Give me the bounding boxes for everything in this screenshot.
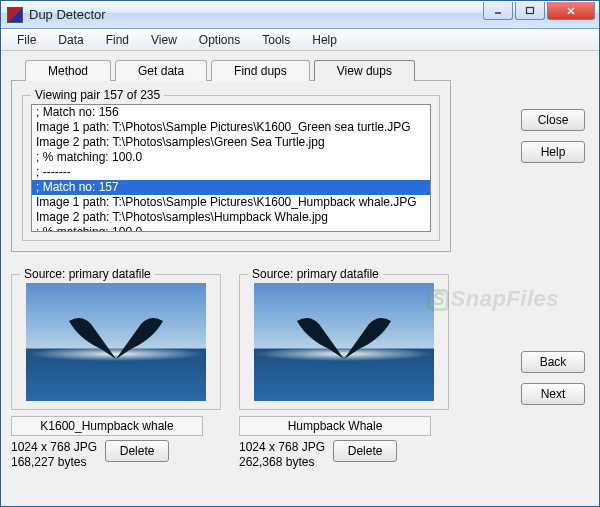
side-buttons: Close Help	[521, 109, 585, 163]
viewing-group: Viewing pair 157 of 235 ; Match no: 156 …	[22, 95, 440, 241]
menu-help[interactable]: Help	[302, 31, 347, 49]
close-button[interactable]: Close	[521, 109, 585, 131]
preview-1-info: 1024 x 768 JPG 168,227 bytes	[11, 440, 97, 470]
menu-find[interactable]: Find	[96, 31, 139, 49]
tab-panel: Viewing pair 157 of 235 ; Match no: 156 …	[11, 80, 451, 252]
window-title: Dup Detector	[29, 7, 483, 22]
preview-2-source: Source: primary datafile	[248, 267, 383, 281]
list-item-selected[interactable]: ; Match no: 157	[32, 180, 430, 195]
match-listbox[interactable]: ; Match no: 156 Image 1 path: T:\Photos\…	[31, 104, 431, 232]
list-item[interactable]: ; % matching: 100.0	[32, 150, 430, 165]
menu-data[interactable]: Data	[48, 31, 93, 49]
titlebar[interactable]: Dup Detector	[1, 1, 599, 29]
preview-1-source: Source: primary datafile	[20, 267, 155, 281]
preview-1-group: Source: primary datafile	[11, 274, 221, 410]
list-item[interactable]: ; Match no: 156	[32, 105, 430, 120]
menu-file[interactable]: File	[7, 31, 46, 49]
tab-view-dups[interactable]: View dups	[314, 60, 415, 81]
preview-2-info: 1024 x 768 JPG 262,368 bytes	[239, 440, 325, 470]
menu-options[interactable]: Options	[189, 31, 250, 49]
client-area: Method Get data Find dups View dups View…	[1, 51, 599, 506]
viewing-group-title: Viewing pair 157 of 235	[31, 88, 164, 102]
preview-1: Source: primary datafile K1600_Humpback …	[11, 264, 221, 470]
preview-2-filename: Humpback Whale	[239, 416, 431, 436]
tab-method[interactable]: Method	[25, 60, 111, 81]
app-window: Dup Detector File Data Find View Options…	[0, 0, 600, 507]
back-button[interactable]: Back	[521, 351, 585, 373]
preview-2-image	[254, 283, 434, 401]
preview-1-filename: K1600_Humpback whale	[11, 416, 203, 436]
minimize-button[interactable]	[483, 2, 513, 20]
menubar: File Data Find View Options Tools Help	[1, 29, 599, 51]
menu-view[interactable]: View	[141, 31, 187, 49]
list-item[interactable]: Image 1 path: T:\Photos\Sample Pictures\…	[32, 120, 430, 135]
list-item[interactable]: Image 1 path: T:\Photos\Sample Pictures\…	[32, 195, 430, 210]
preview-1-dims: 1024 x 768 JPG	[11, 440, 97, 455]
preview-row: Source: primary datafile K1600_Humpback …	[11, 264, 451, 470]
list-item[interactable]: Image 2 path: T:\Photos\samples\Humpback…	[32, 210, 430, 225]
nav-buttons: Back Next	[521, 351, 585, 405]
preview-2-size: 262,368 bytes	[239, 455, 325, 470]
list-item[interactable]: ; % matching: 100.0	[32, 225, 430, 232]
svg-rect-1	[527, 7, 534, 13]
preview-2: Source: primary datafile Humpback Whale	[239, 264, 449, 470]
app-icon	[7, 7, 23, 23]
tab-find-dups[interactable]: Find dups	[211, 60, 310, 81]
maximize-button[interactable]	[515, 2, 545, 20]
delete-button-1[interactable]: Delete	[105, 440, 169, 462]
tabstrip: Method Get data Find dups View dups	[25, 59, 451, 80]
tab-get-data[interactable]: Get data	[115, 60, 207, 81]
preview-1-image	[26, 283, 206, 401]
preview-2-dims: 1024 x 768 JPG	[239, 440, 325, 455]
next-button[interactable]: Next	[521, 383, 585, 405]
preview-2-group: Source: primary datafile	[239, 274, 449, 410]
delete-button-2[interactable]: Delete	[333, 440, 397, 462]
close-window-button[interactable]	[547, 2, 595, 20]
preview-1-size: 168,227 bytes	[11, 455, 97, 470]
help-button[interactable]: Help	[521, 141, 585, 163]
list-item[interactable]: Image 2 path: T:\Photos\samples\Green Se…	[32, 135, 430, 150]
list-item[interactable]: ; -------	[32, 165, 430, 180]
menu-tools[interactable]: Tools	[252, 31, 300, 49]
